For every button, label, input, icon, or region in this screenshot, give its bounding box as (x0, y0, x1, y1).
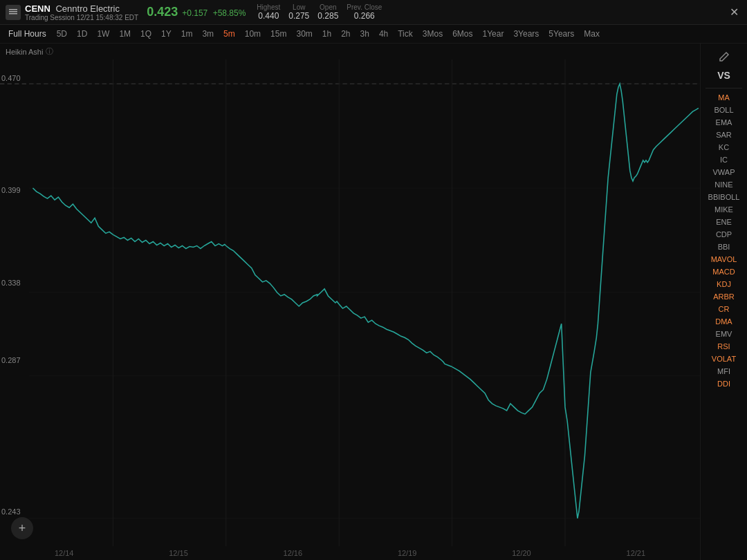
trading-session: Trading Session 12/21 15:48:32 EDT (25, 14, 138, 21)
timebar-btn-1d[interactable]: 1D (72, 26, 92, 41)
timebar-btn-1year[interactable]: 1Year (477, 26, 508, 41)
date-bar: 12/1412/1512/1612/1912/2012/21 (0, 546, 700, 560)
price-level-1: 0.470 (1, 74, 21, 82)
indicator-nine[interactable]: NINE (701, 178, 747, 191)
ticker-name: CENN Cenntro Electric Trading Session 12… (25, 3, 138, 21)
indicator-kc[interactable]: KC (701, 141, 747, 153)
date-label: 12/15 (169, 549, 188, 557)
chart-wrapper[interactable]: 0.470 0.399 0.338 0.287 0.243 (0, 59, 700, 546)
chart-container: Heikin Ashi ⓘ 0.470 0.399 0.338 0.287 0.… (0, 44, 700, 560)
price-stats: Highest 0.440 Low 0.275 Open 0.285 Prev.… (257, 3, 382, 21)
indicator-ema[interactable]: EMA (701, 116, 747, 129)
indicator-mavol[interactable]: MAVOL (701, 253, 747, 265)
indicator-mike[interactable]: MIKE (701, 203, 747, 216)
date-label: 12/21 (627, 549, 646, 557)
indicator-dma[interactable]: DMA (701, 315, 747, 328)
timebar-btn-3min[interactable]: 3m (197, 26, 219, 41)
svg-rect-1 (9, 13, 17, 15)
indicator-ddi[interactable]: DDI (701, 377, 747, 390)
indicator-rsi[interactable]: RSI (701, 340, 747, 353)
price-change: +0.157 +58.85% (182, 8, 246, 18)
indicator-arbr[interactable]: ARBR (701, 290, 747, 303)
price-level-4: 0.287 (1, 356, 21, 364)
date-label: 12/19 (398, 549, 417, 557)
price-level-3: 0.338 (1, 279, 21, 287)
indicator-ma[interactable]: MA (701, 91, 747, 104)
date-label: 12/14 (55, 549, 74, 557)
edit-icon-button[interactable] (701, 48, 747, 66)
indicator-emv[interactable]: EMV (701, 328, 747, 340)
current-price: 0.423 (147, 5, 178, 19)
main-content: Heikin Ashi ⓘ 0.470 0.399 0.338 0.287 0.… (0, 44, 747, 560)
indicator-cdp[interactable]: CDP (701, 228, 747, 241)
indicator-ene[interactable]: ENE (701, 216, 747, 228)
timebar-btn-1w[interactable]: 1W (92, 26, 114, 41)
indicator-bbi[interactable]: BBI (701, 241, 747, 253)
indicator-kdj[interactable]: KDJ (701, 278, 747, 290)
indicator-cr[interactable]: CR (701, 303, 747, 315)
timebar-btn-max[interactable]: Max (579, 26, 605, 41)
time-bar: Full Hours5D1D1W1M1Q1Y1m3m5m10m15m30m1h2… (0, 25, 747, 44)
svg-rect-0 (9, 11, 17, 12)
add-button[interactable]: + (11, 517, 33, 539)
indicator-volat[interactable]: VOLAT (701, 353, 747, 365)
timebar-btn-1q[interactable]: 1Q (136, 26, 156, 41)
price-level-2: 0.399 (1, 186, 21, 194)
timebar-btn-3mos[interactable]: 3Mos (418, 26, 448, 41)
top-bar: CENN Cenntro Electric Trading Session 12… (0, 0, 747, 25)
highest-stat: Highest 0.440 (257, 3, 280, 21)
timebar-btn-2h[interactable]: 2h (336, 26, 355, 41)
svg-rect-2 (9, 9, 17, 10)
timebar-btn-full-hours[interactable]: Full Hours (3, 26, 52, 41)
timebar-btn-1h[interactable]: 1h (317, 26, 336, 41)
vs-label: VS (717, 66, 730, 85)
indicator-sar[interactable]: SAR (701, 129, 747, 141)
date-label: 12/16 (284, 549, 303, 557)
logo-icon (6, 5, 21, 20)
open-stat: Open 0.285 (317, 3, 338, 21)
price-level-5: 0.243 (1, 507, 21, 516)
prev-close-stat: Prev. Close 0.266 (347, 3, 382, 21)
price-block: 0.423 +0.157 +58.85% (147, 5, 246, 19)
timebar-btn-5d[interactable]: 5D (52, 26, 72, 41)
price-chart (0, 59, 700, 546)
logo-area: CENN Cenntro Electric Trading Session 12… (6, 3, 138, 21)
date-label: 12/20 (512, 549, 531, 557)
indicator-vwap[interactable]: VWAP (701, 166, 747, 178)
timebar-btn-tick[interactable]: Tick (393, 26, 418, 41)
timebar-btn-1y[interactable]: 1Y (156, 26, 176, 41)
timebar-btn-6mos[interactable]: 6Mos (448, 26, 477, 41)
timebar-btn-5min[interactable]: 5m (219, 26, 240, 41)
timebar-btn-10min[interactable]: 10m (240, 26, 266, 41)
timebar-btn-4h[interactable]: 4h (374, 26, 393, 41)
timebar-btn-1m[interactable]: 1M (114, 26, 136, 41)
timebar-btn-30min[interactable]: 30m (291, 26, 317, 41)
indicator-boll[interactable]: BOLL (701, 104, 747, 116)
indicator-macd[interactable]: MACD (701, 265, 747, 278)
close-button[interactable]: ✕ (727, 3, 741, 21)
ticker-symbol: CENN Cenntro Electric (25, 3, 138, 14)
side-panel: VSMABOLLEMASARKCICVWAPNINEBBIBOLLMIKEENE… (700, 44, 747, 560)
low-stat: Low 0.275 (288, 3, 309, 21)
heikin-ashi-label: Heikin Ashi ⓘ (0, 44, 700, 59)
indicator-bbiboll[interactable]: BBIBOLL (701, 191, 747, 203)
timebar-btn-3h[interactable]: 3h (356, 26, 374, 41)
info-icon: ⓘ (46, 46, 53, 57)
timebar-btn-5years[interactable]: 5Years (544, 26, 579, 41)
timebar-btn-1min[interactable]: 1m (176, 26, 198, 41)
indicator-ic[interactable]: IC (701, 153, 747, 166)
indicator-mfi[interactable]: MFI (701, 365, 747, 377)
timebar-btn-3years[interactable]: 3Years (508, 26, 544, 41)
timebar-btn-15min[interactable]: 15m (266, 26, 291, 41)
